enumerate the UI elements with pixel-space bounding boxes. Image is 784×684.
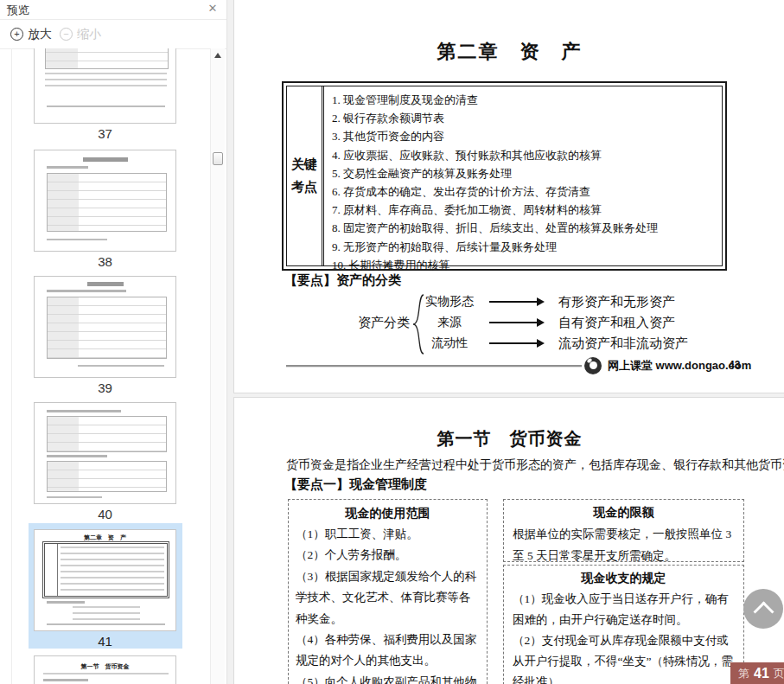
thumbnail-page-number: 37 xyxy=(34,126,176,141)
sketch-bar xyxy=(47,290,126,292)
sketch-table xyxy=(45,48,169,69)
branch-label: 实物形态 xyxy=(418,294,481,310)
sketch-diagram xyxy=(73,606,140,620)
cash-management-heading: 【要点一】现金管理制度 xyxy=(284,476,427,493)
diagram-root-label: 资产分类 xyxy=(358,312,410,333)
dongao-logo-icon xyxy=(584,357,602,374)
scroll-to-top-button[interactable] xyxy=(743,589,783,629)
thumbnail-image xyxy=(34,276,176,378)
keypoint-item: 2. 银行存款余额调节表 xyxy=(332,109,722,127)
page-indicator: 第 41 页 xyxy=(730,662,784,684)
sketch-table xyxy=(47,416,167,452)
thumbnail-page-38[interactable]: 38 xyxy=(34,150,176,269)
sketch-title xyxy=(83,157,128,162)
thumbnail-page-39[interactable]: 39 xyxy=(34,276,176,395)
mini-section-title: 第一节 货币资金 xyxy=(35,662,175,671)
keypoint-item: 9. 无形资产的初始取得、后续计量及账务处理 xyxy=(332,238,722,256)
zoom-in-icon xyxy=(10,28,23,41)
zoom-in-label: 放大 xyxy=(28,27,52,42)
sketch-bar xyxy=(47,601,85,604)
zoom-out-icon xyxy=(60,28,73,41)
chapter-title: 第二章 资 产 xyxy=(234,39,784,65)
sketch-footer xyxy=(47,105,165,107)
diagram-branch: 流动性 流动资产和非流动资产 xyxy=(418,333,688,354)
sketch-bar xyxy=(43,679,88,681)
thumbnail-scrollbar[interactable] xyxy=(210,48,225,684)
document-page-43: 第二章 资 产 关键 考点 1. 现金管理制度及现金的清查 2. 银行存款余额调… xyxy=(233,0,784,393)
keypoint-item: 5. 交易性金融资产的核算及账务处理 xyxy=(332,164,722,182)
asset-classification-diagram: 资产分类 实物形态 有形资产和无形资产 来源 自有资产和租入资产 流动性 流动资… xyxy=(358,291,773,357)
mini-box-cell xyxy=(45,544,58,596)
branch-label: 来源 xyxy=(418,315,481,330)
cash-rules-title: 现金收支的规定 xyxy=(513,571,735,586)
thumbnail-image: 第一节 货币资金 xyxy=(34,655,176,684)
arrow-right-icon xyxy=(489,342,543,344)
page-indicator-prefix: 第 xyxy=(738,666,749,681)
panel-title: 预览 xyxy=(7,3,29,18)
thumbnail-page-number: 40 xyxy=(34,507,176,521)
sketch-footer xyxy=(47,239,107,240)
cash-usage-item: （1）职工工资、津贴。 xyxy=(296,524,480,545)
thumbnail-page-37[interactable]: 37 xyxy=(34,48,176,141)
arrow-right-icon xyxy=(489,301,543,303)
thumbnail-image xyxy=(34,402,176,504)
arrow-right-icon xyxy=(489,322,543,323)
sketch-bar xyxy=(47,166,88,169)
mini-keypoints-box xyxy=(44,543,168,597)
diagram-branch: 来源 自有资产和租入资产 xyxy=(418,312,675,333)
asset-classification-heading: 【要点】资产的分类 xyxy=(284,272,401,289)
thumbnail-page-42[interactable]: 第一节 货币资金 xyxy=(34,655,176,684)
thumbnail-page-40[interactable]: 40 xyxy=(34,402,176,521)
sketch-footer xyxy=(78,365,164,367)
cash-usage-item: （2）个人劳务报酬。 xyxy=(296,545,480,566)
document-page-44: 第一节 货币资金 货币资金是指企业生产经营过程中处于货币形态的资产，包括库存现金… xyxy=(233,397,784,684)
scrollbar-thumb[interactable] xyxy=(213,152,223,165)
sketch-bar xyxy=(47,455,107,457)
thumbnail-image xyxy=(34,48,176,124)
thumbnail-page-41[interactable]: 第二章 资 产 41 xyxy=(34,529,176,649)
keypoint-item: 8. 固定资产的初始取得、折旧、后续支出、处置的核算及账务处理 xyxy=(332,219,722,237)
section-intro: 货币资金是指企业生产经营过程中处于货币形态的资产，包括库存现金、银行存款和其他货… xyxy=(286,457,784,473)
keypoints-label-line2: 考点 xyxy=(291,179,317,195)
scrollbar-up-icon[interactable] xyxy=(214,53,221,58)
preview-panel-header: 预览 ✕ xyxy=(0,0,226,20)
zoom-out-label: 缩小 xyxy=(77,27,101,42)
cash-limit-title: 现金的限额 xyxy=(513,505,735,521)
branch-result: 有形资产和无形资产 xyxy=(558,294,675,310)
preview-toolbar: 放大 缩小 xyxy=(0,20,226,49)
section-title: 第一节 货币资金 xyxy=(234,427,784,451)
sketch-bar xyxy=(47,410,121,412)
cash-usage-item: （4）各种劳保、福利费用以及国家规定的对个人的其他支出。 xyxy=(296,630,480,672)
sketch-lines xyxy=(45,73,167,88)
preview-panel: 预览 ✕ 放大 缩小 37 xyxy=(0,0,227,684)
keypoints-label: 关键 考点 xyxy=(287,86,324,265)
keypoint-item: 1. 现金管理制度及现金的清查 xyxy=(332,91,722,109)
keypoints-label-line1: 关键 xyxy=(291,157,317,173)
sketch-table xyxy=(47,461,167,492)
keypoint-item: 10. 长期待摊费用的核算 xyxy=(332,256,722,274)
zoom-out-button[interactable]: 缩小 xyxy=(60,27,101,42)
branch-label: 流动性 xyxy=(418,336,481,351)
sketch-footer xyxy=(47,496,102,498)
branch-result: 自有资产和租入资产 xyxy=(558,315,675,331)
keypoint-item: 3. 其他货币资金的内容 xyxy=(332,127,722,145)
branch-result: 流动资产和非流动资产 xyxy=(558,336,688,352)
app-window: { "panel": { "title": "预览", "toolbar": {… xyxy=(0,0,784,684)
close-icon[interactable]: ✕ xyxy=(206,2,220,16)
zoom-in-button[interactable]: 放大 xyxy=(10,27,52,42)
thumbnail-list: 37 38 39 xyxy=(0,48,209,684)
cash-limit-box: 现金的限额 根据单位的实际需要核定，一般按照单位 3 至 5 天日常零星开支所需… xyxy=(503,499,744,562)
sketch-title xyxy=(87,282,124,286)
page-indicator-number: 41 xyxy=(754,666,769,681)
keypoint-item: 4. 应收票据、应收账款、预付账款和其他应收款的核算 xyxy=(332,146,722,164)
cash-rules-box: 现金收支的规定 （1）现金收入应于当日送存开户行，确有困难的，由开户行确定送存时… xyxy=(503,565,744,684)
page-indicator-suffix: 页 xyxy=(774,666,784,681)
cash-rules-item: （2）支付现金可从库存现金限额中支付或从开户行提取，不得“坐支”（特殊情况，需经… xyxy=(513,630,735,684)
cash-usage-item: （3）根据国家规定颁发给个人的科学技术、文化艺术、体育比赛等各种奖金。 xyxy=(296,566,480,630)
thumbnail-page-number: 39 xyxy=(34,380,176,395)
keypoints-box: 关键 考点 1. 现金管理制度及现金的清查 2. 银行存款余额调节表 3. 其他… xyxy=(282,81,727,271)
thumbnail-image: 第二章 资 产 xyxy=(34,529,176,631)
document-view: 第二章 资 产 关键 考点 1. 现金管理制度及现金的清查 2. 银行存款余额调… xyxy=(227,0,784,684)
cash-limit-text: 根据单位的实际需要核定，一般按照单位 3 至 5 天日常零星开支所需确定。 xyxy=(513,523,735,566)
chevron-up-icon xyxy=(753,601,774,622)
